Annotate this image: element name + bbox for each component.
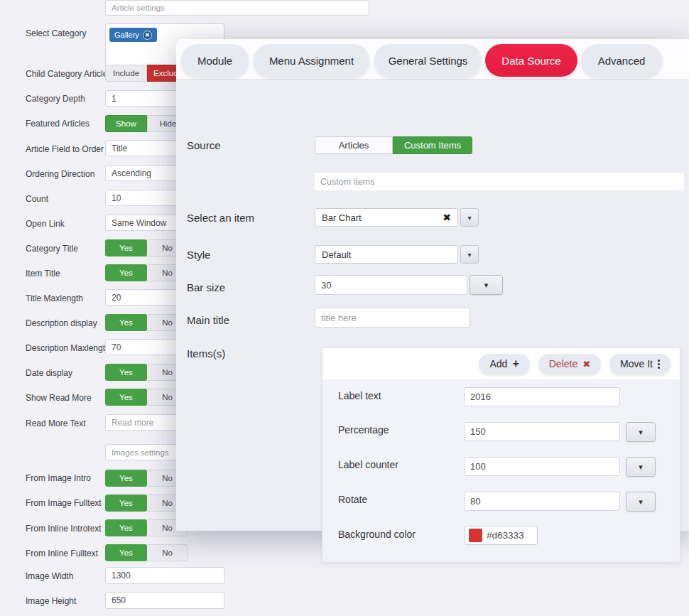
modal-tab-bar: Module Menu Assignment General Settings …: [176, 39, 689, 80]
tab-general-settings[interactable]: General Settings: [374, 44, 482, 77]
select-an-item-combobox[interactable]: Bar Chart ✖: [315, 208, 458, 227]
percentage-input[interactable]: [464, 422, 620, 441]
items-toolbar: Add + Delete ✖ Move It: [322, 348, 680, 379]
chevron-down-icon: ▾: [639, 497, 643, 507]
drag-handle-icon: [658, 360, 660, 369]
from-image-intro-label: From Image Intro: [26, 473, 91, 483]
label-text-input[interactable]: [464, 387, 620, 406]
open-link-label: Open Link: [26, 219, 65, 229]
items-label: Items(s): [187, 347, 225, 360]
category-tag[interactable]: Gallery ✖: [109, 28, 157, 42]
move-button-label: Move It: [620, 358, 653, 369]
screen: Select Category Gallery ✖ Child Category…: [0, 0, 689, 616]
image-height-label: Image Height: [26, 596, 76, 606]
item-fields: Label text Percentage ▾ Label counter ▾ …: [322, 379, 680, 562]
from-image-fulltext-label: From Image Fulltext: [26, 498, 102, 508]
toggle-yes[interactable]: Yes: [105, 314, 147, 331]
show-button[interactable]: Show: [105, 115, 147, 132]
toggle-no[interactable]: No: [147, 544, 188, 561]
custom-items-section-input[interactable]: [315, 173, 684, 190]
toggle-yes[interactable]: Yes: [105, 264, 147, 281]
items-box: Add + Delete ✖ Move It Label text: [322, 347, 680, 563]
toggle-yes[interactable]: Yes: [105, 239, 147, 256]
toggle-yes[interactable]: Yes: [105, 519, 147, 536]
toggle-yes[interactable]: Yes: [105, 495, 147, 512]
toggle-yes[interactable]: Yes: [105, 389, 147, 406]
category-title-label: Category Title: [26, 244, 78, 254]
count-label: Count: [26, 194, 48, 204]
show-read-more-label: Show Read More: [26, 393, 92, 403]
source-label: Source: [187, 139, 221, 151]
read-more-text-label: Read More Text: [26, 418, 86, 428]
from-inline-fulltext-toggle[interactable]: Yes No: [105, 544, 188, 561]
tab-data-source[interactable]: Data Source: [485, 44, 577, 77]
module-settings-modal: Module Menu Assignment General Settings …: [176, 39, 689, 531]
add-button-label: Add: [489, 358, 507, 369]
color-swatch[interactable]: [469, 529, 482, 542]
toggle-yes[interactable]: Yes: [105, 470, 147, 487]
bar-size-label: Bar size: [187, 281, 225, 293]
from-inline-introtext-label: From Inline Introtext: [26, 524, 102, 534]
label-counter-input[interactable]: [464, 457, 620, 476]
source-articles-button[interactable]: Articles: [315, 136, 393, 154]
toggle-yes[interactable]: Yes: [105, 364, 147, 381]
chevron-down-icon: ▾: [467, 214, 471, 222]
bar-size-dropdown-button[interactable]: ▾: [470, 275, 503, 295]
item-title-label: Item Title: [26, 269, 60, 279]
title-maxlength-label: Title Maxlength: [26, 293, 83, 303]
label-text-label: Label text: [338, 390, 381, 401]
category-tag-label: Gallery: [114, 31, 139, 39]
tab-module[interactable]: Module: [181, 44, 249, 77]
background-color-picker[interactable]: #d63333: [464, 526, 538, 545]
select-an-item-dropdown-button[interactable]: ▾: [460, 208, 479, 227]
chevron-down-icon: ▾: [484, 281, 489, 290]
style-value: Default: [322, 249, 351, 260]
description-display-label: Description display: [26, 318, 97, 328]
rotate-input[interactable]: [464, 492, 620, 511]
main-title-label: Main title: [187, 314, 229, 326]
select-category-label: Select Category: [26, 28, 86, 38]
background-color-label: Background color: [338, 529, 416, 540]
remove-tag-icon[interactable]: ✖: [143, 31, 152, 40]
style-label: Style: [187, 249, 210, 261]
include-button[interactable]: Include: [105, 65, 147, 82]
image-width-input[interactable]: [105, 567, 224, 584]
image-height-input[interactable]: [105, 592, 224, 609]
article-settings-section-input[interactable]: [105, 0, 369, 16]
label-counter-dropdown-button[interactable]: ▾: [626, 457, 656, 477]
ordering-direction-label: Ordering Direction: [26, 169, 94, 179]
tab-advanced[interactable]: Advanced: [581, 44, 662, 77]
chevron-down-icon: ▾: [467, 251, 471, 259]
label-counter-label: Label counter: [338, 459, 398, 470]
bar-size-input[interactable]: [315, 275, 467, 295]
plus-icon: +: [512, 358, 519, 369]
main-title-input[interactable]: [315, 308, 470, 328]
description-maxlength-label: Description Maxlength: [26, 343, 110, 353]
delete-button-label: Delete: [549, 358, 577, 369]
rotate-label: Rotate: [338, 494, 367, 505]
style-combobox[interactable]: Default: [315, 245, 458, 264]
source-custom-items-button[interactable]: Custom Items: [393, 136, 472, 154]
chevron-down-icon: ▾: [639, 428, 643, 437]
move-item-button[interactable]: Move It: [609, 354, 671, 374]
from-inline-fulltext-label: From Inline Fulltext: [26, 549, 98, 558]
background-color-value: #d63333: [487, 530, 524, 541]
date-display-label: Date display: [26, 368, 72, 378]
rotate-dropdown-button[interactable]: ▾: [626, 492, 656, 512]
percentage-label: Percentage: [338, 424, 389, 436]
tab-menu-assignment[interactable]: Menu Assignment: [254, 44, 369, 77]
add-item-button[interactable]: Add +: [479, 354, 529, 374]
featured-articles-label: Featured Articles: [26, 119, 89, 129]
order-by-label: Article Field to Order By: [26, 144, 116, 154]
percentage-dropdown-button[interactable]: ▾: [626, 422, 656, 442]
image-width-label: Image Width: [26, 571, 73, 581]
x-icon: ✖: [582, 360, 590, 369]
toggle-yes[interactable]: Yes: [105, 544, 147, 561]
chevron-down-icon: ▾: [639, 463, 643, 472]
clear-selection-icon[interactable]: ✖: [443, 212, 451, 223]
child-category-label: Child Category Articles: [26, 69, 112, 79]
select-an-item-label: Select an item: [187, 212, 254, 224]
delete-item-button[interactable]: Delete ✖: [538, 354, 601, 374]
select-an-item-value: Bar Chart: [322, 212, 362, 223]
style-dropdown-button[interactable]: ▾: [460, 245, 479, 264]
